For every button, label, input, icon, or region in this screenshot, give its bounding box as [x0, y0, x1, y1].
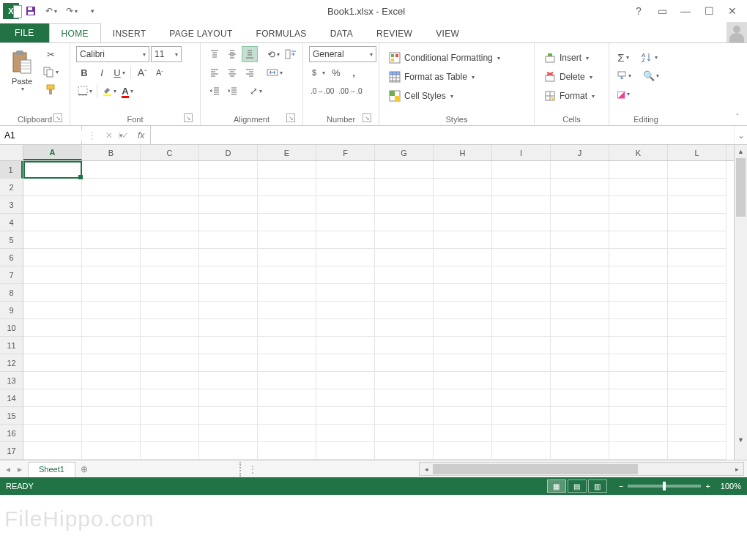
cell[interactable] [551, 302, 609, 319]
align-center-button[interactable] [224, 64, 240, 81]
formula-input[interactable] [151, 126, 734, 144]
increase-decimal-button[interactable]: .0→.00 [309, 83, 335, 99]
cell[interactable] [141, 407, 199, 425]
cell[interactable] [141, 266, 199, 284]
cell[interactable] [375, 372, 434, 389]
cell[interactable] [258, 249, 316, 266]
cell[interactable] [668, 214, 726, 231]
cell[interactable] [492, 319, 551, 337]
collapse-ribbon-button[interactable]: ˆ [731, 112, 744, 122]
col-header-K[interactable]: K [609, 145, 668, 160]
cell[interactable] [492, 161, 551, 179]
cell[interactable] [316, 302, 375, 319]
redo-button[interactable]: ↷▾ [63, 2, 81, 20]
cell[interactable] [375, 319, 434, 337]
fx-label[interactable]: fx [138, 130, 144, 141]
cell[interactable] [668, 337, 726, 354]
col-header-C[interactable]: C [141, 145, 199, 160]
tab-data[interactable]: DATA [319, 24, 365, 42]
col-header-E[interactable]: E [258, 145, 316, 160]
cell[interactable] [668, 196, 726, 214]
cell[interactable] [258, 337, 316, 354]
col-header-I[interactable]: I [492, 145, 551, 160]
cell[interactable] [375, 337, 434, 354]
number-launcher[interactable]: ↘ [363, 113, 371, 122]
cell[interactable] [434, 337, 492, 354]
cell[interactable] [23, 196, 82, 214]
tab-home[interactable]: HOME [49, 23, 101, 43]
cell[interactable] [492, 214, 551, 231]
row-header-10[interactable]: 10 [0, 319, 23, 337]
cell[interactable] [82, 266, 141, 284]
sheet-nav-next[interactable]: ▸ [18, 464, 22, 474]
cell[interactable] [551, 442, 609, 460]
cell[interactable] [82, 161, 141, 179]
cell[interactable] [316, 425, 375, 442]
cell[interactable] [199, 231, 258, 249]
alignment-launcher[interactable]: ↘ [286, 113, 295, 122]
scroll-down-button[interactable]: ▼ [735, 433, 747, 447]
cell[interactable] [23, 425, 82, 442]
row-header-4[interactable]: 4 [0, 214, 23, 231]
cell[interactable] [375, 425, 434, 442]
vscroll-thumb[interactable] [736, 158, 746, 217]
excel-icon[interactable]: X [3, 3, 19, 19]
close-button[interactable]: ✕ [725, 4, 740, 18]
cell[interactable] [434, 372, 492, 389]
clear-button[interactable]: ◪▾ [615, 86, 631, 102]
cell[interactable] [668, 442, 726, 460]
cell[interactable] [258, 231, 316, 249]
cell[interactable] [375, 389, 434, 407]
cell[interactable] [316, 266, 375, 284]
cell[interactable] [199, 407, 258, 425]
cell[interactable] [199, 266, 258, 284]
cell[interactable] [316, 337, 375, 354]
font-color-button[interactable]: A▾ [119, 83, 135, 99]
cell[interactable] [492, 196, 551, 214]
cell[interactable] [82, 389, 141, 407]
row-header-5[interactable]: 5 [0, 231, 23, 249]
sheet-tab-1[interactable]: Sheet1 [28, 462, 75, 477]
cell[interactable] [375, 407, 434, 425]
cell[interactable] [316, 161, 375, 179]
fill-button[interactable]: ▾ [615, 67, 633, 83]
cell[interactable] [668, 389, 726, 407]
cell[interactable] [609, 231, 668, 249]
decrease-indent-button[interactable] [207, 83, 223, 99]
cell[interactable] [82, 302, 141, 319]
cell[interactable] [609, 179, 668, 196]
cell[interactable] [82, 442, 141, 460]
cell[interactable] [492, 354, 551, 372]
cell[interactable] [23, 231, 82, 249]
cell[interactable] [609, 249, 668, 266]
cell[interactable] [434, 266, 492, 284]
cell[interactable] [316, 249, 375, 266]
row-header-14[interactable]: 14 [0, 389, 23, 407]
merge-center-button[interactable]: ▾ [265, 64, 284, 81]
cell[interactable] [434, 302, 492, 319]
cell[interactable] [82, 319, 141, 337]
cell[interactable] [375, 179, 434, 196]
cell[interactable] [316, 319, 375, 337]
cell[interactable] [141, 442, 199, 460]
zoom-percent[interactable]: 100% [721, 482, 741, 490]
cell[interactable] [668, 249, 726, 266]
zoom-out-button[interactable]: − [619, 482, 623, 490]
insert-cells-button[interactable]: Insert▾ [540, 49, 592, 67]
cell[interactable] [199, 302, 258, 319]
delete-cells-button[interactable]: Delete▾ [540, 68, 595, 86]
zoom-slider[interactable] [628, 485, 701, 488]
font-launcher[interactable]: ↘ [184, 113, 193, 122]
cell[interactable] [492, 249, 551, 266]
cells-area[interactable] [23, 161, 734, 460]
cell[interactable] [23, 372, 82, 389]
normal-view-button[interactable]: ▦ [547, 479, 566, 493]
row-header-11[interactable]: 11 [0, 337, 23, 354]
cell[interactable] [258, 214, 316, 231]
tab-insert[interactable]: INSERT [101, 24, 158, 42]
cell[interactable] [199, 442, 258, 460]
cell[interactable] [23, 284, 82, 302]
row-header-13[interactable]: 13 [0, 372, 23, 389]
cell[interactable] [434, 442, 492, 460]
decrease-decimal-button[interactable]: .00→.0 [337, 83, 363, 99]
